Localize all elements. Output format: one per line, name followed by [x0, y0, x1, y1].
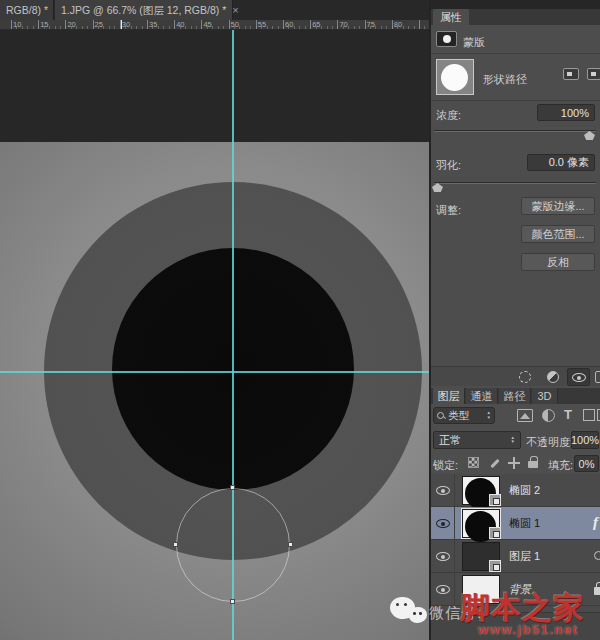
blend-mode-select[interactable]: 正常 ▲▼: [433, 431, 521, 449]
visibility-cell[interactable]: [431, 474, 455, 507]
apply-mask-icon[interactable]: [547, 371, 559, 383]
layer-name: 背景: [509, 573, 531, 606]
lock-all-icon[interactable]: [528, 456, 538, 468]
filter-type-select[interactable]: 类型 ▲▼: [433, 407, 495, 424]
fill-value[interactable]: 0%: [574, 455, 599, 472]
shape-path-thumbnail[interactable]: [436, 59, 474, 95]
path-anchor-left[interactable]: [173, 542, 178, 547]
ruler-tick-label: 35: [149, 20, 157, 29]
document-tab-active[interactable]: 1.JPG @ 66.7% (图层 12, RGB/8) *×: [55, 0, 233, 20]
feather-slider[interactable]: [434, 182, 596, 184]
filter-adjustment-layers-icon[interactable]: [542, 409, 555, 422]
document-tabbar: RGB/8) *× 1.JPG @ 66.7% (图层 12, RGB/8) *…: [0, 0, 429, 20]
eye-icon: [436, 486, 450, 495]
filter-type-label: 类型: [448, 409, 469, 423]
color-range-button[interactable]: 颜色范围...: [521, 225, 595, 243]
layer-row-layer1[interactable]: 图层 1: [431, 540, 600, 573]
layer-thumbnail[interactable]: [462, 575, 500, 604]
path-anchor-bottom[interactable]: [230, 599, 235, 604]
opacity-label: 不透明度:: [526, 435, 573, 450]
document-tab-partial[interactable]: RGB/8) *×: [0, 0, 54, 20]
mask-options-icon[interactable]: [563, 68, 579, 80]
path-anchor-right[interactable]: [288, 542, 293, 547]
blend-row: 正常 ▲▼ 不透明度: 100%: [431, 428, 600, 452]
lock-label: 锁定:: [433, 458, 458, 473]
layer-row-ellipse2[interactable]: 椭圆 2: [431, 474, 600, 507]
document-tab-title: 1.JPG @ 66.7% (图层 12, RGB/8) *: [61, 4, 226, 16]
ruler-tick-label: 30: [122, 20, 130, 29]
fx-circle-icon: [594, 551, 600, 560]
layer-name: 椭圆 2: [509, 474, 540, 507]
ruler-position-marker: [121, 20, 122, 30]
fill-label: 填充:: [548, 458, 573, 473]
tab-paths[interactable]: 路径: [499, 388, 531, 404]
divider: [431, 53, 600, 54]
ruler-tick-label: 40: [176, 20, 184, 29]
lock-transparency-icon[interactable]: [468, 457, 479, 468]
filter-type-layers-icon[interactable]: T: [564, 407, 572, 422]
tab-channels[interactable]: 通道: [466, 388, 498, 404]
properties-tabrow: 属性: [431, 9, 600, 25]
ruler-tick-label: 65: [312, 20, 320, 29]
blend-mode-value: 正常: [439, 433, 461, 448]
feather-slider-handle[interactable]: [432, 183, 443, 192]
layer-thumbnail[interactable]: [462, 476, 500, 505]
eye-icon: [436, 585, 450, 594]
document-tab-partial-title: RGB/8) *: [6, 4, 48, 16]
ruler-tick-label: 55: [258, 20, 266, 29]
fx-badge-icon: f: [593, 514, 598, 531]
tab-layers[interactable]: 图层: [433, 388, 465, 404]
ruler-tick-label: 70: [339, 20, 347, 29]
filter-shape-layers-icon[interactable]: [583, 409, 595, 421]
mask-options-icon-2[interactable]: [587, 68, 600, 80]
feather-label: 羽化:: [436, 158, 461, 173]
visibility-cell[interactable]: [431, 573, 455, 606]
mask-thumbnail-icon[interactable]: [436, 31, 457, 47]
layers-filter-row: 类型 ▲▼ T: [431, 404, 600, 427]
layer-thumbnail[interactable]: [462, 542, 500, 571]
ruler-tick-label: 80: [394, 20, 402, 29]
lock-pixels-icon[interactable]: [488, 457, 500, 469]
mask-edge-button[interactable]: 蒙版边缘...: [521, 197, 595, 215]
density-slider[interactable]: [434, 130, 596, 132]
horizontal-ruler[interactable]: 101520253035404550556065707580: [0, 20, 429, 30]
filter-pixel-layers-icon[interactable]: [517, 409, 533, 422]
lock-position-icon[interactable]: [508, 457, 520, 469]
load-selection-icon[interactable]: [519, 371, 531, 383]
layer-badge-icon: [489, 560, 501, 572]
chevron-updown-icon: ▲▼: [511, 436, 515, 445]
canvas[interactable]: [0, 30, 429, 640]
tab-3d[interactable]: 3D: [532, 388, 558, 404]
search-icon: [437, 412, 445, 420]
panel-top-strip: [431, 0, 600, 9]
density-slider-handle[interactable]: [584, 131, 595, 140]
ruler-tick-label: 45: [203, 20, 211, 29]
ruler-tick-label: 75: [367, 20, 375, 29]
ellipse-path-outline[interactable]: [176, 488, 290, 602]
visibility-cell[interactable]: [431, 540, 455, 573]
tab-properties[interactable]: 属性: [433, 9, 469, 25]
vector-mask-badge-icon: [489, 527, 501, 539]
close-tab-icon[interactable]: ×: [232, 4, 238, 16]
density-value[interactable]: 100%: [537, 104, 595, 121]
disable-mask-toggle[interactable]: [567, 368, 590, 386]
delete-mask-icon[interactable]: [595, 371, 600, 383]
layer-name: 图层 1: [509, 540, 540, 573]
path-anchor-top[interactable]: [230, 485, 235, 490]
layer-row-ellipse1-selected[interactable]: 椭圆 1 f: [431, 507, 600, 540]
opacity-value[interactable]: 100%: [571, 431, 599, 449]
visibility-cell[interactable]: [431, 507, 455, 540]
invert-button[interactable]: 反相: [521, 253, 595, 271]
adjustments-label: 调整:: [436, 203, 461, 218]
layer-row-background[interactable]: 背景: [431, 573, 600, 606]
horizontal-guide[interactable]: [0, 371, 429, 373]
eye-icon: [572, 373, 586, 382]
layer-list: 椭圆 2 椭圆 1 f 图层 1 背景: [431, 474, 600, 612]
chevron-updown-icon: ▲▼: [487, 411, 491, 420]
feather-value[interactable]: 0.0 像素: [527, 154, 595, 171]
layer-name: 椭圆 1: [509, 507, 540, 540]
right-panel: 属性 蒙版 形状路径 浓度: 100% 羽化: 0.0 像素 调整: 蒙版边缘.…: [429, 0, 600, 640]
layer-thumbnail[interactable]: [462, 509, 500, 538]
eye-icon: [436, 552, 450, 561]
panel-footer: [431, 612, 600, 640]
